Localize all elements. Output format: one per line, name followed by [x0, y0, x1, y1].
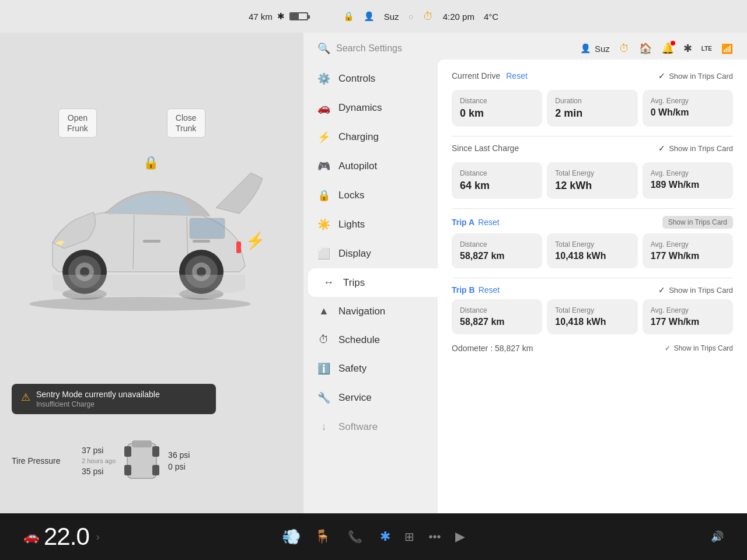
speed-display: 22.0 [44, 523, 89, 551]
trip-b-show-trips[interactable]: ✓ Show in Trips Card [658, 285, 733, 295]
nav-item-service[interactable]: 🔧 Service [303, 383, 438, 412]
nav-item-software[interactable]: ↓ Software [303, 412, 438, 441]
user-name-top: Suz [595, 44, 610, 54]
svg-rect-5 [190, 218, 225, 239]
stat-duration-value: 2 min [555, 107, 629, 120]
tire-values-left: 37 psi 2 hours ago 35 psi [82, 446, 116, 476]
autopilot-label: Autopilot [338, 160, 377, 172]
since-last-checkmark: ✓ [658, 144, 665, 153]
nav-item-navigation[interactable]: ▲ Navigation [303, 297, 438, 326]
nav-item-schedule[interactable]: ⏱ Schedule [303, 326, 438, 354]
phone-icon[interactable]: 📞 [344, 526, 366, 547]
bell-icon-wrapper[interactable]: 🔔 [661, 42, 674, 55]
sidebar-nav: ⚙️ Controls 🚗 Dynamics ⚡ Charging 🎮 Auto… [303, 60, 438, 513]
trips-label: Trips [343, 277, 365, 289]
current-drive-stats: Distance 0 km Duration 2 min Avg. Energy… [452, 90, 733, 127]
odometer-trips-label: Show in Trips Card [674, 344, 733, 352]
body-area: ⚙️ Controls 🚗 Dynamics ⚡ Charging 🎮 Auto… [303, 60, 747, 513]
trip-a-header: Trip A Reset Show in Trips Card [452, 216, 733, 229]
status-bar: 47 km ✱ 🔒 👤 Suz ○ ⏱ 4:20 pm 4°C [0, 0, 747, 33]
notification-dot [671, 41, 675, 46]
stat-energy-total-since-value: 12 kWh [555, 180, 629, 192]
stat-dist-since-value: 64 km [460, 180, 534, 192]
front-right-pressure: 36 psi [168, 450, 190, 460]
trip-b-label: Trip B [452, 285, 475, 295]
trip-b-reset[interactable]: Reset [479, 285, 500, 295]
seat-icon[interactable]: 🪑 [315, 529, 330, 544]
grid-icon[interactable]: ⊞ [404, 530, 414, 544]
safety-icon: ℹ️ [317, 362, 330, 375]
bluetooth-top-icon[interactable]: ✱ [683, 42, 692, 55]
stat-avg-b-label: Avg. Energy [651, 306, 725, 314]
battery-icon [289, 12, 308, 20]
stat-duration-current: Duration 2 min [547, 90, 637, 127]
signal-icon: 📶 [721, 43, 733, 54]
bluetooth-taskbar-icon[interactable]: ✱ [380, 529, 390, 544]
play-icon[interactable]: ▶ [455, 529, 465, 544]
trips-icon: ↔ [322, 276, 335, 289]
sentry-warning-text: Sentry Mode currently unavailable Insuff… [36, 390, 160, 408]
close-trunk-button[interactable]: CloseTrunk [167, 108, 205, 138]
nav-item-safety[interactable]: ℹ️ Safety [303, 354, 438, 383]
car-bottom-icon[interactable]: 🚗 [23, 529, 39, 544]
taskbar: 🚗 22.0 › 💨 🪑 📞 ✱ ⊞ ••• ▶ 🔊 [0, 513, 747, 560]
left-panel: OpenFrunk CloseTrunk 🔒 ⚡ [0, 33, 303, 513]
trip-a-reset[interactable]: Reset [478, 218, 500, 227]
nav-item-lights[interactable]: ☀️ Lights [303, 210, 438, 239]
stat-energy-total-a: Total Energy 10,418 kWh [547, 233, 637, 268]
trip-b-trips-label: Show in Trips Card [669, 286, 733, 295]
user-icon-status: 👤 [364, 11, 375, 22]
search-container[interactable]: 🔍 Search Settings [317, 42, 580, 55]
stat-avg-a-value: 177 Wh/km [651, 251, 725, 261]
open-frunk-button[interactable]: OpenFrunk [58, 108, 97, 138]
volume-icon[interactable]: 🔊 [711, 530, 724, 543]
divider-2 [452, 208, 733, 209]
timer-status-icon: ⏱ [423, 10, 434, 23]
controls-label: Controls [338, 73, 375, 85]
since-last-trips-label: Show in Trips Card [669, 144, 733, 153]
search-placeholder: Search Settings [336, 43, 402, 54]
more-icon[interactable]: ••• [428, 530, 441, 544]
autopilot-icon: 🎮 [317, 160, 330, 173]
nav-item-controls[interactable]: ⚙️ Controls [303, 64, 438, 93]
current-drive-header: Current Drive Reset ✓ Show in Trips Card [452, 71, 733, 80]
front-left-pressure: 37 psi [82, 446, 116, 455]
trip-a-show-trips[interactable]: Show in Trips Card [662, 216, 733, 229]
stat-energy-total-a-value: 10,418 kWh [555, 251, 629, 261]
circle-status: ○ [409, 12, 414, 22]
nav-item-charging[interactable]: ⚡ Charging [303, 123, 438, 152]
divider-1 [452, 136, 733, 136]
current-drive-trips-label: Show in Trips Card [669, 72, 733, 80]
dynamics-label: Dynamics [338, 102, 382, 114]
svg-rect-21 [152, 465, 159, 475]
svg-rect-22 [132, 440, 152, 447]
nav-item-locks[interactable]: 🔒 Locks [303, 181, 438, 210]
software-label: Software [338, 421, 378, 433]
charging-icon: ⚡ [317, 131, 330, 144]
nav-item-display[interactable]: ⬜ Display [303, 239, 438, 268]
nav-item-autopilot[interactable]: 🎮 Autopilot [303, 152, 438, 181]
since-last-charge-show-trips[interactable]: ✓ Show in Trips Card [658, 144, 733, 153]
since-last-charge-title: Since Last Charge [452, 144, 519, 153]
fan-icon[interactable]: 💨 [282, 528, 301, 546]
trip-b-header: Trip B Reset ✓ Show in Trips Card [452, 285, 733, 295]
navigation-icon: ▲ [317, 305, 330, 317]
display-label: Display [338, 248, 371, 260]
sentry-warning: ⚠ Sentry Mode currently unavailable Insu… [12, 384, 216, 414]
user-chip[interactable]: 👤 Suz [580, 43, 610, 54]
search-icon: 🔍 [317, 42, 330, 55]
nav-item-dynamics[interactable]: 🚗 Dynamics [303, 93, 438, 123]
odometer-show-trips[interactable]: ✓ Show in Trips Card [665, 344, 733, 352]
since-last-charge-header: Since Last Charge ✓ Show in Trips Card [452, 144, 733, 153]
home-icon[interactable]: 🏠 [639, 42, 652, 55]
nav-item-trips[interactable]: ↔ Trips [308, 268, 438, 297]
time-display: 4:20 pm [443, 12, 474, 22]
stat-avg-since-value: 189 Wh/km [651, 180, 725, 190]
current-drive-reset[interactable]: Reset [506, 71, 528, 80]
svg-rect-4 [193, 240, 210, 243]
clock-icon-wrapper: ⏱ [619, 43, 630, 55]
schedule-icon: ⏱ [317, 334, 330, 346]
current-drive-show-trips[interactable]: ✓ Show in Trips Card [658, 71, 733, 80]
stat-avg-since-label: Avg. Energy [651, 169, 725, 177]
temperature-display: 4°C [484, 12, 498, 22]
